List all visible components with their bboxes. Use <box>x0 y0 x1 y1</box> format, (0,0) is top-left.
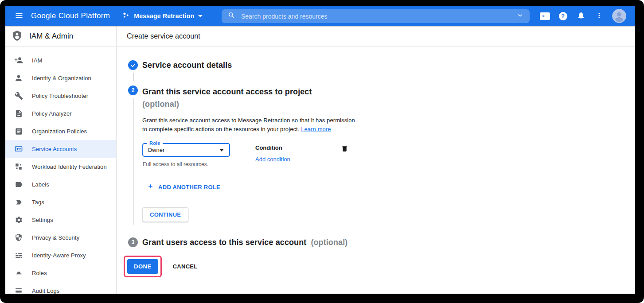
sidebar-item-identity-organization[interactable]: Identity & Organization <box>5 69 116 87</box>
gcp-logo[interactable]: Google Cloud Platform <box>31 12 110 20</box>
sidebar-item-tags[interactable]: Tags <box>5 193 116 211</box>
proxy-rows-icon <box>14 251 23 260</box>
squares-grid-icon <box>14 162 23 171</box>
app-bar-actions: >_ ? <box>539 6 635 26</box>
step-3-number-badge: 3 <box>128 237 138 247</box>
sidebar-item-label: Labels <box>32 181 49 188</box>
bell-icon <box>577 11 585 21</box>
page-title: Create service account <box>127 32 200 40</box>
list-lines-icon <box>14 286 23 294</box>
sidebar-item-label: Identity & Organization <box>32 75 91 82</box>
role-helper-text: Full access to all resources. <box>143 161 255 167</box>
step-connector-line <box>133 98 133 225</box>
sidebar-item-audit-logs[interactable]: Audit Logs <box>5 282 116 294</box>
hamburger-menu-button[interactable] <box>9 6 29 26</box>
sidebar-item-organization-policies[interactable]: Organization Policies <box>5 122 116 140</box>
step-1-marker <box>126 60 140 85</box>
sidebar-item-label: Settings <box>32 217 53 223</box>
help-button[interactable]: ? <box>558 11 568 21</box>
project-selector[interactable]: Message Retraction <box>122 12 203 21</box>
cloud-shell-icon: >_ <box>540 12 550 20</box>
sidebar-item-service-accounts[interactable]: Service Accounts <box>5 140 116 158</box>
optional-label: (optional) <box>311 236 347 249</box>
sidebar-item-policy-troubleshooter[interactable]: Policy Troubleshooter <box>5 87 116 105</box>
role-selected-value: Owner <box>148 147 219 153</box>
optional-label: (optional) <box>142 98 635 110</box>
add-condition-link[interactable]: Add condition <box>255 156 290 163</box>
step-2-marker: 2 <box>126 85 140 225</box>
form-actions: DONE CANCEL <box>124 256 635 277</box>
browser-window: Google Cloud Platform Message Retraction… <box>5 6 635 294</box>
cloud-shell-button[interactable]: >_ <box>539 11 550 21</box>
search-icon <box>228 12 235 21</box>
wrench-icon <box>14 91 23 100</box>
step-3-grant-users-access: 3 Grant users access to this service acc… <box>126 236 635 249</box>
iam-admin-shield-icon <box>12 30 23 43</box>
done-button[interactable]: DONE <box>127 259 158 274</box>
role-row: Role Owner Full access to all resources.… <box>142 143 635 167</box>
sidebar-item-workload-identity-federation[interactable]: Workload Identity Federation <box>5 158 116 175</box>
project-name: Message Retraction <box>134 12 194 19</box>
step-2-grant-access: 2 Grant this service account access to p… <box>126 85 635 225</box>
sidebar-item-label: Organization Policies <box>32 128 87 135</box>
annotation-highlight-box: DONE <box>124 256 162 277</box>
hamburger-icon <box>15 11 23 21</box>
search-input[interactable] <box>241 13 511 20</box>
sidebar-item-label: Policy Troubleshooter <box>32 93 88 99</box>
person-icon <box>14 74 23 82</box>
sidebar-item-privacy-security[interactable]: Privacy & Security <box>5 229 116 246</box>
sidebar-item-roles[interactable]: Roles <box>5 264 116 282</box>
search-bar[interactable] <box>222 9 530 23</box>
main-header: Create service account <box>117 26 635 47</box>
document-lines-icon <box>14 127 23 136</box>
step-2-number-badge: 2 <box>128 85 138 95</box>
page-body: IAM & Admin IAM Identity & Organization … <box>5 26 635 294</box>
step-3-marker: 3 <box>126 237 140 247</box>
avatar[interactable] <box>612 9 626 23</box>
plus-icon <box>147 183 154 191</box>
gear-icon <box>14 215 23 224</box>
dropdown-caret-icon <box>219 149 224 152</box>
condition-label: Condition <box>255 144 341 151</box>
cancel-button[interactable]: CANCEL <box>173 263 198 270</box>
role-field-label: Role <box>147 140 163 146</box>
learn-more-link[interactable]: Learn more <box>301 126 331 132</box>
hat-icon <box>14 268 23 277</box>
trash-icon <box>341 148 348 154</box>
person-add-icon <box>14 56 23 65</box>
sidebar-item-label: Identity-Aware Proxy <box>32 252 86 259</box>
more-vert-icon <box>595 12 603 21</box>
tag-flag-icon <box>14 198 23 206</box>
role-select[interactable]: Role Owner <box>142 143 230 157</box>
help-icon: ? <box>559 12 567 20</box>
sidebar-title: IAM & Admin <box>29 32 73 41</box>
sidebar-item-labels[interactable]: Labels <box>5 175 116 193</box>
label-icon <box>14 180 23 189</box>
delete-role-button[interactable] <box>341 144 348 154</box>
step-complete-check-icon <box>128 60 138 70</box>
sidebar-header: IAM & Admin <box>5 26 116 47</box>
sidebar-item-label: IAM <box>32 57 42 64</box>
continue-button[interactable]: CONTINUE <box>142 207 188 222</box>
step-1-service-account-details: Service account details <box>126 60 635 85</box>
sidebar-item-label: Audit Logs <box>32 287 59 294</box>
sidebar-item-settings[interactable]: Settings <box>5 211 116 229</box>
sidebar-item-identity-aware-proxy[interactable]: Identity-Aware Proxy <box>5 246 116 264</box>
add-another-role-button[interactable]: ADD ANOTHER ROLE <box>147 183 220 191</box>
step-3-title: Grant users access to this service accou… <box>142 236 635 249</box>
project-icon <box>122 12 130 21</box>
main-area: Create service account Service account d… <box>117 26 635 294</box>
more-options-button[interactable] <box>594 11 605 21</box>
sidebar-item-iam[interactable]: IAM <box>5 51 116 69</box>
notifications-button[interactable] <box>576 11 586 21</box>
step-2-title: Grant this service account access to pro… <box>142 85 635 110</box>
step-connector-line <box>133 73 133 81</box>
stepper-content: Service account details 2 Grant this ser… <box>117 47 635 277</box>
sidebar-item-label: Workload Identity Federation <box>32 163 107 170</box>
search-expand-chevron-icon[interactable] <box>517 12 523 20</box>
sidebar-nav: IAM Identity & Organization Policy Troub… <box>5 47 116 294</box>
sidebar-item-label: Tags <box>32 199 44 206</box>
sidebar-item-policy-analyzer[interactable]: Policy Analyzer <box>5 105 116 122</box>
step-1-title: Service account details <box>142 59 635 71</box>
document-icon <box>14 109 23 118</box>
